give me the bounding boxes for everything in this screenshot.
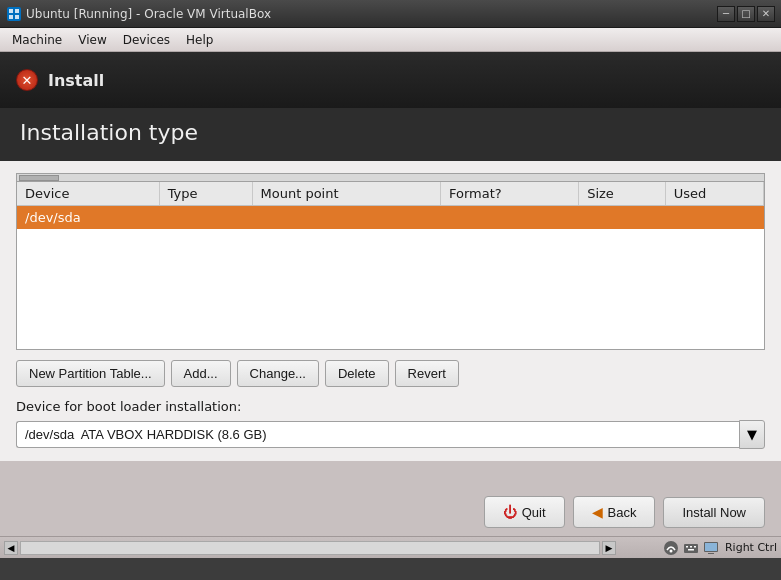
scroll-left-button[interactable]: ◀ xyxy=(4,541,18,555)
bootloader-select[interactable] xyxy=(16,421,739,448)
back-label: Back xyxy=(608,505,637,520)
minimize-button[interactable]: ─ xyxy=(717,6,735,22)
partition-table-container: Device Type Mount point Format? Size Use… xyxy=(16,173,765,350)
col-type: Type xyxy=(159,182,252,206)
quit-button[interactable]: ⏻ Quit xyxy=(484,496,565,528)
bootloader-dropdown-button[interactable]: ▼ xyxy=(739,420,765,449)
bottom-navigation: ⏻ Quit ◀ Back Install Now xyxy=(484,496,765,528)
table-row[interactable]: /dev/sda xyxy=(17,206,764,230)
window-controls[interactable]: ─ □ ✕ xyxy=(717,6,775,22)
svg-rect-14 xyxy=(708,553,714,554)
content-panel: Device Type Mount point Format? Size Use… xyxy=(0,161,781,461)
network-icon xyxy=(663,540,679,556)
status-icons xyxy=(663,540,719,556)
title-bar: Ubuntu [Running] - Oracle VM VirtualBox … xyxy=(0,0,781,28)
table-row-empty-3 xyxy=(17,269,764,289)
cell-used xyxy=(665,206,763,230)
install-close-button[interactable]: ✕ xyxy=(16,69,38,91)
col-device: Device xyxy=(17,182,159,206)
window-title: Ubuntu [Running] - Oracle VM VirtualBox xyxy=(26,7,271,21)
delete-button[interactable]: Delete xyxy=(325,360,389,387)
col-mount-point: Mount point xyxy=(252,182,440,206)
restore-button[interactable]: □ xyxy=(737,6,755,22)
action-buttons: New Partition Table... Add... Change... … xyxy=(16,360,765,387)
right-ctrl-label: Right Ctrl xyxy=(725,541,777,554)
page-title: Installation type xyxy=(20,120,761,145)
table-row-empty-4 xyxy=(17,289,764,309)
svg-rect-13 xyxy=(705,543,717,551)
menu-machine[interactable]: Machine xyxy=(4,31,70,49)
change-button[interactable]: Change... xyxy=(237,360,319,387)
table-header-row: Device Type Mount point Format? Size Use… xyxy=(17,182,764,206)
svg-rect-3 xyxy=(9,15,13,19)
svg-rect-2 xyxy=(15,9,19,13)
title-bar-left: Ubuntu [Running] - Oracle VM VirtualBox xyxy=(6,6,271,22)
main-area: ✕ Install Installation type Device Type … xyxy=(0,52,781,558)
add-button[interactable]: Add... xyxy=(171,360,231,387)
power-icon: ⏻ xyxy=(503,504,517,520)
menu-devices[interactable]: Devices xyxy=(115,31,178,49)
cell-type xyxy=(159,206,252,230)
scroll-right-button[interactable]: ▶ xyxy=(602,541,616,555)
svg-rect-11 xyxy=(688,549,694,551)
cell-format xyxy=(440,206,578,230)
col-size: Size xyxy=(579,182,666,206)
bootloader-select-container: ▼ xyxy=(16,420,765,449)
svg-rect-10 xyxy=(694,546,696,548)
cell-mount xyxy=(252,206,440,230)
new-partition-table-button[interactable]: New Partition Table... xyxy=(16,360,165,387)
table-row-empty-6 xyxy=(17,329,764,349)
keyboard-icon xyxy=(683,540,699,556)
page-title-area: Installation type xyxy=(0,108,781,161)
status-bar-left: ◀ ▶ xyxy=(4,541,616,555)
status-bar-right: Right Ctrl xyxy=(663,540,777,556)
back-arrow-icon: ◀ xyxy=(592,504,603,520)
install-title: Install xyxy=(48,71,104,90)
table-row-empty-5 xyxy=(17,309,764,329)
svg-rect-4 xyxy=(15,15,19,19)
install-now-button[interactable]: Install Now xyxy=(663,497,765,528)
back-button[interactable]: ◀ Back xyxy=(573,496,656,528)
cell-size xyxy=(579,206,666,230)
col-format: Format? xyxy=(440,182,578,206)
partition-table: Device Type Mount point Format? Size Use… xyxy=(17,182,764,349)
display-icon xyxy=(703,540,719,556)
menu-bar: Machine View Devices Help xyxy=(0,28,781,52)
chevron-down-icon: ▼ xyxy=(747,427,757,442)
svg-rect-8 xyxy=(686,546,688,548)
scroll-track xyxy=(20,541,600,555)
svg-point-5 xyxy=(664,541,678,555)
svg-point-6 xyxy=(669,549,672,552)
svg-rect-1 xyxy=(9,9,13,13)
table-row-empty-1 xyxy=(17,229,764,249)
close-button[interactable]: ✕ xyxy=(757,6,775,22)
table-row-empty-2 xyxy=(17,249,764,269)
status-bar: ◀ ▶ xyxy=(0,536,781,558)
menu-view[interactable]: View xyxy=(70,31,114,49)
svg-rect-9 xyxy=(690,546,692,548)
app-icon xyxy=(6,6,22,22)
quit-label: Quit xyxy=(522,505,546,520)
cell-device: /dev/sda xyxy=(17,206,159,230)
install-label: Install Now xyxy=(682,505,746,520)
bootloader-label: Device for boot loader installation: xyxy=(16,399,765,414)
revert-button[interactable]: Revert xyxy=(395,360,459,387)
close-icon: ✕ xyxy=(22,73,33,88)
install-header: ✕ Install xyxy=(0,52,781,108)
menu-help[interactable]: Help xyxy=(178,31,221,49)
horizontal-scrollbar[interactable] xyxy=(17,174,764,182)
scroll-thumb[interactable] xyxy=(19,175,59,181)
svg-rect-7 xyxy=(684,544,698,553)
col-used: Used xyxy=(665,182,763,206)
